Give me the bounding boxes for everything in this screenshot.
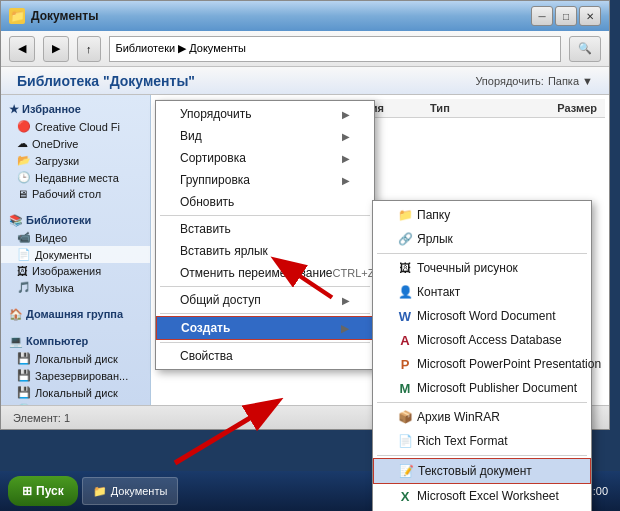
sidebar-item-localdisk2[interactable]: 💾 Локальный диск bbox=[1, 384, 150, 401]
menu-item-view[interactable]: Вид ▶ bbox=[156, 125, 374, 147]
start-button[interactable]: ⊞ Пуск bbox=[8, 476, 78, 506]
menu-item-textdoc[interactable]: 📝 Текстовый документ bbox=[373, 458, 591, 484]
menu-item-sortby[interactable]: Сортировка ▶ bbox=[156, 147, 374, 169]
pub-icon: M bbox=[397, 380, 413, 396]
menu-item-contact[interactable]: 👤 Контакт bbox=[373, 280, 591, 304]
sidebar-item-cloudfi[interactable]: 🔴 Creative Cloud Fi bbox=[1, 118, 150, 135]
sidebar: ★ Избранное 🔴 Creative Cloud Fi ☁ OneDri… bbox=[1, 95, 151, 405]
sidebar-item-images[interactable]: 🖼 Изображения bbox=[1, 263, 150, 279]
menu-item-paste[interactable]: Вставить bbox=[156, 218, 374, 240]
window-icon: 📁 bbox=[9, 8, 25, 24]
rtf-icon: 📄 bbox=[397, 433, 413, 449]
secondary-context-menu: 📁 Папку 🔗 Ярлык 🖼 Точечный рисунок 👤 Кон… bbox=[372, 200, 592, 511]
menu-item-undo-rename[interactable]: Отменить переименование CTRL+Z bbox=[156, 262, 374, 284]
sidebar-item-recent[interactable]: 🕒 Недавние места bbox=[1, 169, 150, 186]
separator bbox=[160, 286, 370, 287]
windows-icon: ⊞ bbox=[22, 484, 32, 498]
arrow-icon: ▶ bbox=[341, 323, 349, 334]
arrow-icon: ▶ bbox=[342, 109, 350, 120]
menu-item-shortcut[interactable]: 🔗 Ярлык bbox=[373, 227, 591, 251]
minimize-button[interactable]: ─ bbox=[531, 6, 553, 26]
arrow-icon: ▶ bbox=[342, 175, 350, 186]
menu-item-paste-shortcut[interactable]: Вставить ярлык bbox=[156, 240, 374, 262]
computer-header[interactable]: 💻 Компьютер bbox=[1, 333, 150, 350]
music-icon: 🎵 bbox=[17, 281, 31, 294]
sidebar-item-documents[interactable]: 📄 Документы bbox=[1, 246, 150, 263]
ppt-icon: P bbox=[397, 356, 413, 372]
sidebar-item-music[interactable]: 🎵 Музыка bbox=[1, 279, 150, 296]
address-bar[interactable]: Библиотеки ▶ Документы bbox=[109, 36, 562, 62]
arrow-icon: ▶ bbox=[342, 153, 350, 164]
sidebar-item-onedrive[interactable]: ☁ OneDrive bbox=[1, 135, 150, 152]
menu-item-excel[interactable]: X Microsoft Excel Worksheet bbox=[373, 484, 591, 508]
text-icon: 📝 bbox=[398, 463, 414, 479]
maximize-button[interactable]: □ bbox=[555, 6, 577, 26]
window-controls: ─ □ ✕ bbox=[531, 6, 601, 26]
shortcut-label: CTRL+Z bbox=[333, 267, 375, 279]
separator bbox=[160, 313, 370, 314]
excel-icon: X bbox=[397, 488, 413, 504]
separator bbox=[377, 455, 587, 456]
menu-item-group[interactable]: Группировка ▶ bbox=[156, 169, 374, 191]
menu-item-winrar[interactable]: 📦 Архив WinRAR bbox=[373, 405, 591, 429]
menu-item-sort[interactable]: Упорядочить ▶ bbox=[156, 103, 374, 125]
menu-item-publisher[interactable]: M Microsoft Publisher Document bbox=[373, 376, 591, 400]
favorites-section: ★ Избранное 🔴 Creative Cloud Fi ☁ OneDri… bbox=[1, 99, 150, 204]
menu-item-refresh[interactable]: Обновить bbox=[156, 191, 374, 213]
home-section: 🏠 Домашняя группа bbox=[1, 304, 150, 325]
taskbar-window-item[interactable]: 📁 Документы bbox=[82, 477, 179, 505]
home-header[interactable]: 🏠 Домашняя группа bbox=[1, 306, 150, 323]
libraries-section: 📚 Библиотеки 📹 Видео 📄 Документы 🖼 Изобр… bbox=[1, 210, 150, 298]
menu-item-powerpoint[interactable]: P Microsoft PowerPoint Presentation bbox=[373, 352, 591, 376]
forward-button[interactable]: ▶ bbox=[43, 36, 69, 62]
access-icon: A bbox=[397, 332, 413, 348]
bitmap-icon: 🖼 bbox=[397, 260, 413, 276]
menu-item-rtf[interactable]: 📄 Rich Text Format bbox=[373, 429, 591, 453]
status-text: Элемент: 1 bbox=[13, 412, 70, 424]
computer-section: 💻 Компьютер 💾 Локальный диск 💾 Зарезерви… bbox=[1, 331, 150, 405]
menu-item-access[interactable]: A Microsoft Access Database bbox=[373, 328, 591, 352]
desktop-icon: 🖥 bbox=[17, 188, 28, 200]
menu-item-folder[interactable]: 📁 Папку bbox=[373, 203, 591, 227]
documents-icon: 📄 bbox=[17, 248, 31, 261]
separator bbox=[160, 342, 370, 343]
sidebar-item-reserved[interactable]: 💾 Зарезервирован... bbox=[1, 367, 150, 384]
libraries-header[interactable]: 📚 Библиотеки bbox=[1, 212, 150, 229]
up-button[interactable]: ↑ bbox=[77, 36, 101, 62]
onedrive-icon: ☁ bbox=[17, 137, 28, 150]
localdisk1-icon: 💾 bbox=[17, 352, 31, 365]
downloads-icon: 📂 bbox=[17, 154, 31, 167]
sidebar-item-video[interactable]: 📹 Видео bbox=[1, 229, 150, 246]
menu-item-word[interactable]: W Microsoft Word Document bbox=[373, 304, 591, 328]
sort-control[interactable]: Упорядочить: Папка ▼ bbox=[475, 75, 593, 87]
column-type: Тип bbox=[430, 102, 530, 114]
winrar-icon: 📦 bbox=[397, 409, 413, 425]
title-bar: 📁 Документы ─ □ ✕ bbox=[1, 1, 609, 31]
localdisk2-icon: 💾 bbox=[17, 386, 31, 399]
library-header: Библиотека "Документы" Упорядочить: Папк… bbox=[1, 67, 609, 95]
menu-item-properties[interactable]: Свойства bbox=[156, 345, 374, 367]
taskbar-folder-icon: 📁 bbox=[93, 485, 107, 498]
favorites-header[interactable]: ★ Избранное bbox=[1, 101, 150, 118]
sidebar-item-desktop[interactable]: 🖥 Рабочий стол bbox=[1, 186, 150, 202]
arrow-icon: ▶ bbox=[342, 295, 350, 306]
separator bbox=[377, 402, 587, 403]
menu-item-bitmap[interactable]: 🖼 Точечный рисунок bbox=[373, 256, 591, 280]
menu-item-share[interactable]: Общий доступ ▶ bbox=[156, 289, 374, 311]
menu-item-create[interactable]: Создать ▶ bbox=[156, 316, 374, 340]
word-icon: W bbox=[397, 308, 413, 324]
separator bbox=[377, 253, 587, 254]
search-button[interactable]: 🔍 bbox=[569, 36, 601, 62]
sidebar-item-localdisk1[interactable]: 💾 Локальный диск bbox=[1, 350, 150, 367]
contact-icon: 👤 bbox=[397, 284, 413, 300]
window-title: Документы bbox=[31, 9, 98, 23]
close-button[interactable]: ✕ bbox=[579, 6, 601, 26]
folder-icon: 📁 bbox=[397, 207, 413, 223]
sidebar-item-downloads[interactable]: 📂 Загрузки bbox=[1, 152, 150, 169]
library-title: Библиотека "Документы" bbox=[17, 73, 195, 89]
reserved-icon: 💾 bbox=[17, 369, 31, 382]
arrow-icon: ▶ bbox=[342, 131, 350, 142]
images-icon: 🖼 bbox=[17, 265, 28, 277]
column-size: Размер bbox=[530, 102, 597, 114]
back-button[interactable]: ◀ bbox=[9, 36, 35, 62]
